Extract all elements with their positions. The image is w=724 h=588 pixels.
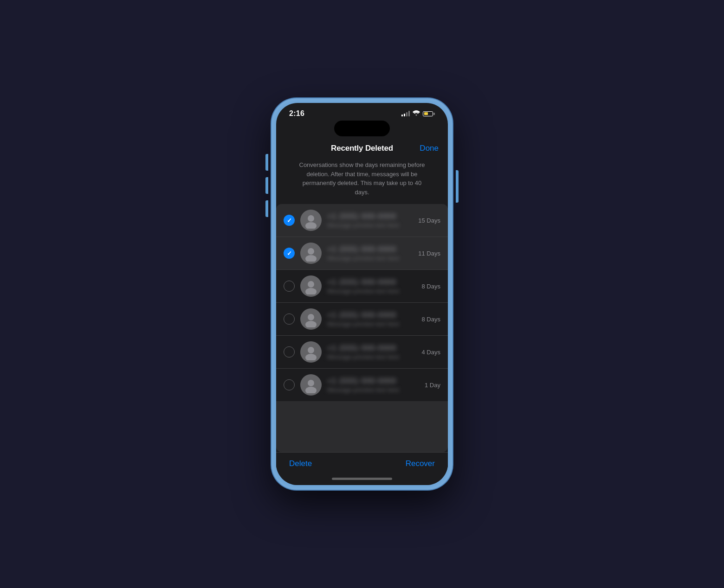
- conversation-checkbox[interactable]: [284, 379, 295, 390]
- avatar: [300, 374, 322, 396]
- status-icons: [401, 110, 435, 117]
- list-item[interactable]: +1 (555) 000-0000Message preview text he…: [276, 204, 448, 237]
- avatar: [300, 341, 322, 363]
- conversation-checkbox[interactable]: [284, 248, 295, 259]
- status-time: 2:16: [289, 109, 304, 118]
- contact-name: +1 (555) 000-0000: [327, 212, 414, 221]
- svg-point-7: [308, 281, 314, 288]
- home-indicator: [276, 472, 448, 485]
- phone-frame: 2:16: [272, 98, 452, 490]
- list-item[interactable]: +1 (555) 000-0000Message preview text he…: [276, 369, 448, 401]
- contact-info: +1 (555) 000-0000Message preview text he…: [327, 344, 418, 360]
- contact-name: +1 (555) 000-0000: [327, 245, 414, 254]
- done-button[interactable]: Done: [420, 144, 439, 153]
- description-text: Conversations show the days remaining be…: [276, 158, 448, 204]
- list-item[interactable]: +1 (555) 000-0000Message preview text he…: [276, 336, 448, 369]
- svg-point-13: [308, 347, 314, 353]
- avatar: [300, 308, 322, 330]
- conversation-list: +1 (555) 000-0000Message preview text he…: [276, 204, 448, 452]
- days-remaining: 1 Day: [425, 382, 440, 389]
- home-bar: [332, 478, 392, 480]
- signal-icon: [401, 111, 410, 116]
- svg-point-16: [308, 380, 314, 386]
- conversation-checkbox[interactable]: [284, 346, 295, 358]
- contact-preview: Message preview text here: [327, 320, 418, 327]
- contact-info: +1 (555) 000-0000Message preview text he…: [327, 278, 418, 294]
- contact-name: +1 (555) 000-0000: [327, 377, 421, 385]
- conversation-checkbox[interactable]: [284, 281, 295, 292]
- contact-name: +1 (555) 000-0000: [327, 278, 418, 287]
- list-item[interactable]: +1 (555) 000-0000Message preview text he…: [276, 270, 448, 303]
- screen-content: Recently Deleted Done Conversations show…: [276, 138, 448, 472]
- delete-button[interactable]: Delete: [289, 459, 312, 468]
- avatar: [300, 210, 322, 231]
- contact-name: +1 (555) 000-0000: [327, 311, 418, 320]
- recover-button[interactable]: Recover: [406, 459, 435, 468]
- days-remaining: 11 Days: [418, 250, 440, 257]
- days-remaining: 15 Days: [418, 217, 440, 224]
- contact-preview: Message preview text here: [327, 222, 414, 229]
- days-remaining: 4 Days: [422, 349, 440, 356]
- contact-preview: Message preview text here: [327, 386, 421, 393]
- header: Recently Deleted Done: [276, 138, 448, 158]
- avatar: [300, 243, 322, 264]
- battery-icon: [423, 111, 435, 116]
- conversation-checkbox[interactable]: [284, 313, 295, 325]
- phone-screen: 2:16: [276, 103, 448, 485]
- wifi-icon: [413, 110, 420, 117]
- dynamic-island: [334, 121, 390, 136]
- svg-point-1: [308, 215, 314, 222]
- contact-info: +1 (555) 000-0000Message preview text he…: [327, 311, 418, 327]
- contact-info: +1 (555) 000-0000Message preview text he…: [327, 245, 414, 262]
- days-remaining: 8 Days: [422, 316, 440, 323]
- contact-name: +1 (555) 000-0000: [327, 344, 418, 352]
- contact-info: +1 (555) 000-0000Message preview text he…: [327, 377, 421, 393]
- list-item[interactable]: +1 (555) 000-0000Message preview text he…: [276, 237, 448, 270]
- contact-info: +1 (555) 000-0000Message preview text he…: [327, 212, 414, 229]
- days-remaining: 8 Days: [422, 283, 440, 290]
- bottom-toolbar: Delete Recover: [276, 452, 448, 472]
- conversation-checkbox[interactable]: [284, 215, 295, 226]
- contact-preview: Message preview text here: [327, 255, 414, 262]
- avatar: [300, 275, 322, 297]
- list-item[interactable]: +1 (555) 000-0000Message preview text he…: [276, 303, 448, 336]
- status-bar: 2:16: [276, 103, 448, 121]
- contact-preview: Message preview text here: [327, 288, 418, 294]
- svg-point-4: [308, 248, 314, 255]
- contact-preview: Message preview text here: [327, 353, 418, 360]
- svg-point-10: [308, 314, 314, 320]
- page-title: Recently Deleted: [331, 144, 393, 153]
